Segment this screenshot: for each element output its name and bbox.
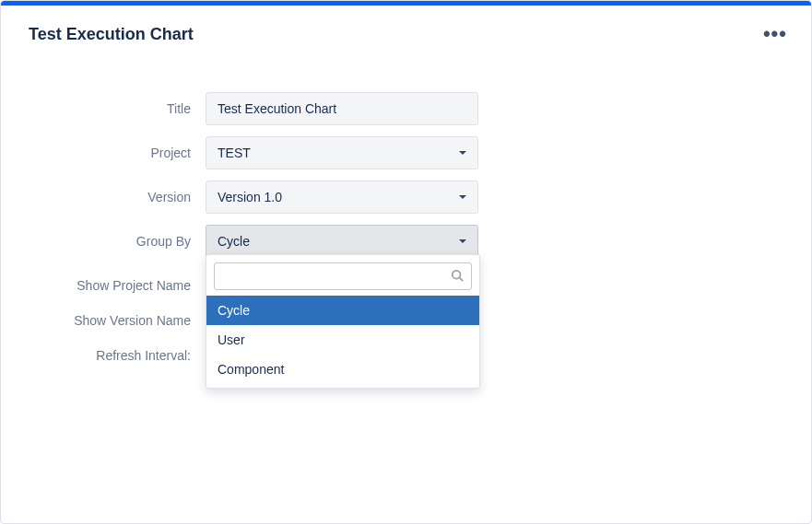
row-version: Version Version 1.0 bbox=[29, 180, 783, 214]
project-select[interactable]: TEST bbox=[206, 136, 478, 169]
dropdown-search-box bbox=[214, 262, 472, 290]
dropdown-option-user[interactable]: User bbox=[206, 325, 479, 355]
title-input[interactable] bbox=[206, 92, 478, 125]
chevron-down-icon bbox=[459, 195, 466, 199]
label-groupby: Group By bbox=[29, 234, 206, 249]
svg-point-0 bbox=[453, 270, 461, 278]
search-icon bbox=[451, 269, 471, 285]
dropdown-option-component[interactable]: Component bbox=[206, 355, 479, 384]
label-show-project-name: Show Project Name bbox=[29, 278, 206, 293]
card-header: Test Execution Chart ••• bbox=[1, 6, 811, 55]
dropdown-search-input[interactable] bbox=[215, 263, 451, 289]
label-show-version-name: Show Version Name bbox=[29, 313, 206, 328]
chevron-down-icon bbox=[459, 151, 466, 155]
groupby-select[interactable]: Cycle bbox=[206, 225, 478, 258]
config-card: Test Execution Chart ••• Title Project T… bbox=[0, 0, 812, 524]
chevron-down-icon bbox=[459, 239, 466, 243]
version-select[interactable]: Version 1.0 bbox=[206, 180, 478, 214]
more-icon[interactable]: ••• bbox=[759, 18, 791, 50]
label-project: Project bbox=[29, 146, 206, 160]
groupby-select-value: Cycle bbox=[218, 234, 250, 249]
groupby-dropdown-panel: Cycle User Component bbox=[206, 254, 480, 389]
row-groupby: Group By Cycle bbox=[29, 225, 783, 258]
page-title: Test Execution Chart bbox=[29, 25, 194, 44]
project-select-value: TEST bbox=[218, 146, 251, 160]
label-refresh-interval: Refresh Interval: bbox=[29, 348, 206, 363]
row-project: Project TEST bbox=[29, 136, 783, 169]
row-title: Title bbox=[29, 92, 783, 125]
dropdown-option-cycle[interactable]: Cycle bbox=[206, 296, 479, 325]
svg-line-1 bbox=[460, 277, 464, 281]
label-title: Title bbox=[29, 101, 206, 116]
version-select-value: Version 1.0 bbox=[218, 190, 282, 204]
label-version: Version bbox=[29, 190, 206, 204]
